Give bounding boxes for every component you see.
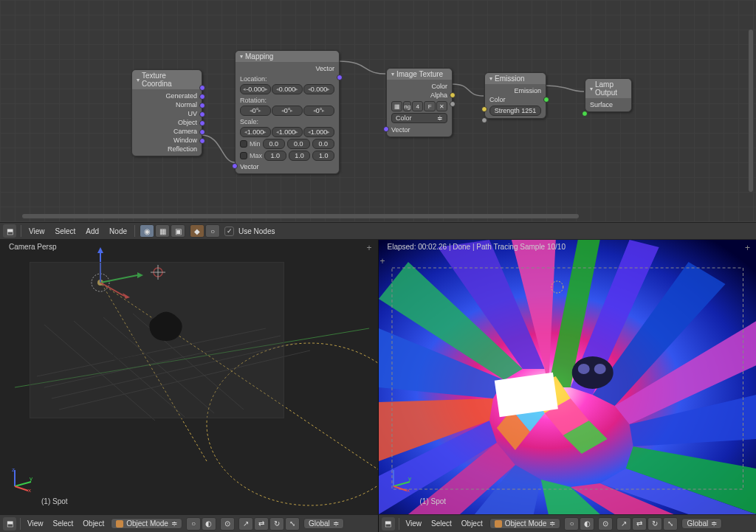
output-window[interactable]: Window (137, 136, 197, 145)
node-lamp-output[interactable]: ▾ Lamp Output Surface (585, 78, 632, 112)
shading-rendered-icon[interactable]: ◐ (202, 517, 216, 531)
object-data-icon[interactable]: ◆ (190, 224, 205, 238)
max-checkbox[interactable] (240, 152, 247, 159)
min-checkbox[interactable] (240, 140, 247, 148)
output-alpha[interactable]: Alpha (391, 91, 447, 100)
orientation-dropdown[interactable]: Global ≑ (303, 518, 344, 529)
toolbar-expand-icon[interactable]: + (745, 243, 750, 253)
menu-object[interactable]: Object (80, 519, 107, 528)
node-header[interactable]: ▾ Image Texture (387, 69, 452, 80)
texture-type-icon[interactable]: ▣ (171, 224, 185, 238)
max-z[interactable]: 1.0 (312, 151, 334, 161)
max-y[interactable]: 1.0 (289, 151, 311, 161)
node-header[interactable]: ▾ Lamp Output (585, 79, 631, 98)
viewport-right[interactable]: Elapsed: 00:02.26 | Done | Path Tracing … (379, 240, 757, 514)
scale-icon[interactable]: ⤡ (285, 517, 300, 531)
rotate-icon[interactable]: ↻ (647, 517, 662, 531)
input-color[interactable]: Color (489, 95, 541, 104)
editor-type-icon[interactable]: ⬒ (382, 517, 395, 531)
scale-y[interactable]: ◂1.000▸ (272, 127, 303, 137)
node-image-texture[interactable]: ▾ Image Texture Color Alpha ▦ ng 4 F ✕ C… (386, 68, 453, 137)
browse-image-icon[interactable]: ▦ (391, 101, 402, 111)
orientation-dropdown[interactable]: Global ≑ (681, 518, 722, 529)
compositor-type-icon[interactable]: ▦ (155, 224, 170, 238)
location-x[interactable]: ◂-0.000▸ (240, 84, 271, 94)
output-reflection[interactable]: Reflection (137, 145, 197, 153)
menu-select[interactable]: Select (50, 519, 77, 528)
manipulator-toggle[interactable]: ↗ (238, 517, 253, 531)
camera-label: Camera Persp (9, 243, 56, 251)
mode-dropdown[interactable]: Object Mode ≑ (111, 518, 182, 529)
menu-add[interactable]: Add (83, 227, 102, 235)
editor-type-icon[interactable]: ⬒ (3, 517, 16, 531)
menu-object[interactable]: Object (458, 519, 486, 528)
menu-view[interactable]: View (403, 519, 425, 528)
min-y[interactable]: 0.0 (287, 139, 310, 149)
rotate-icon[interactable]: ↻ (269, 517, 284, 531)
menu-node[interactable]: Node (106, 227, 130, 235)
viewport-left[interactable]: Camera Persp + (0, 240, 379, 514)
scale-z[interactable]: ◂1.000▸ (303, 127, 334, 137)
max-x[interactable]: 1.0 (264, 151, 286, 161)
scale-icon[interactable]: ⤡ (663, 517, 678, 531)
rotation-z[interactable]: ◂0°▸ (303, 106, 334, 116)
translate-icon[interactable]: ⇄ (632, 517, 647, 531)
svg-line-27 (15, 486, 28, 491)
collapse-icon: ▾ (489, 75, 492, 82)
menu-select[interactable]: Select (428, 519, 455, 528)
shading-solid-icon[interactable]: ○ (564, 517, 579, 531)
viewport-right-toolbar: ⬒ View Select Object Object Mode ≑ ○ ◐ ⊙… (379, 514, 757, 532)
mode-dropdown[interactable]: Object Mode ≑ (489, 518, 561, 529)
unlink-icon[interactable]: ✕ (436, 101, 447, 111)
output-camera[interactable]: Camera (137, 127, 197, 136)
user-count[interactable]: 4 (412, 101, 423, 111)
output-vector[interactable]: Vector (240, 64, 334, 73)
scale-x[interactable]: ◂1.000▸ (240, 127, 271, 137)
scrollbar-vertical[interactable] (749, 30, 753, 192)
strength-field[interactable]: Strength 1251 (489, 106, 541, 116)
node-editor[interactable]: ▾ Texture Coordina Generated Normal UV O… (0, 0, 756, 222)
rotation-y[interactable]: ◂0°▸ (272, 106, 303, 116)
pivot-icon[interactable]: ⊙ (598, 517, 613, 531)
shading-rendered-icon[interactable]: ◐ (580, 517, 594, 531)
location-label: Location: (240, 75, 334, 83)
output-object[interactable]: Object (137, 118, 197, 127)
output-uv[interactable]: UV (137, 109, 197, 118)
rotation-x[interactable]: ◂0°▸ (240, 106, 271, 116)
image-name[interactable]: ng (403, 101, 411, 111)
output-emission[interactable]: Emission (489, 86, 541, 95)
node-mapping[interactable]: ▾ Mapping Vector Location: ◂-0.000▸ ◂0.0… (235, 50, 340, 174)
menu-view[interactable]: View (24, 519, 47, 528)
scrollbar-horizontal[interactable] (22, 214, 579, 218)
min-x[interactable]: 0.0 (263, 139, 286, 149)
output-generated[interactable]: Generated (137, 91, 197, 100)
use-nodes-checkbox[interactable] (224, 227, 234, 236)
location-z[interactable]: ◂0.000▸ (303, 84, 334, 94)
toolbar-expand-icon[interactable]: + (380, 256, 385, 266)
node-header[interactable]: ▾ Texture Coordina (132, 70, 202, 89)
node-texture-coordinate[interactable]: ▾ Texture Coordina Generated Normal UV O… (131, 69, 202, 156)
input-surface[interactable]: Surface (590, 100, 627, 109)
world-data-icon[interactable]: ○ (205, 224, 220, 238)
render-preview (379, 240, 757, 514)
editor-type-icon[interactable]: ⬒ (3, 224, 16, 238)
node-emission[interactable]: ▾ Emission Emission Color Strength 1251 (484, 72, 546, 119)
location-y[interactable]: ◂0.000▸ (272, 84, 303, 94)
toolbar-expand-icon[interactable]: + (366, 243, 371, 253)
node-header[interactable]: ▾ Emission (485, 73, 546, 84)
node-header[interactable]: ▾ Mapping (236, 51, 339, 62)
output-normal[interactable]: Normal (137, 100, 197, 109)
shader-type-icon[interactable]: ◉ (140, 224, 154, 238)
shading-solid-icon[interactable]: ○ (186, 517, 201, 531)
translate-icon[interactable]: ⇄ (254, 517, 269, 531)
colorspace-dropdown[interactable]: Color ≑ (391, 113, 447, 123)
fake-user-button[interactable]: F (424, 101, 435, 111)
output-color[interactable]: Color (391, 82, 447, 91)
menu-select[interactable]: Select (52, 227, 79, 235)
manipulator-toggle[interactable]: ↗ (616, 517, 631, 531)
input-vector[interactable]: Vector (391, 125, 447, 134)
min-z[interactable]: 0.0 (312, 139, 335, 149)
menu-view[interactable]: View (26, 227, 48, 235)
pivot-icon[interactable]: ⊙ (220, 517, 235, 531)
input-vector[interactable]: Vector (240, 162, 334, 171)
